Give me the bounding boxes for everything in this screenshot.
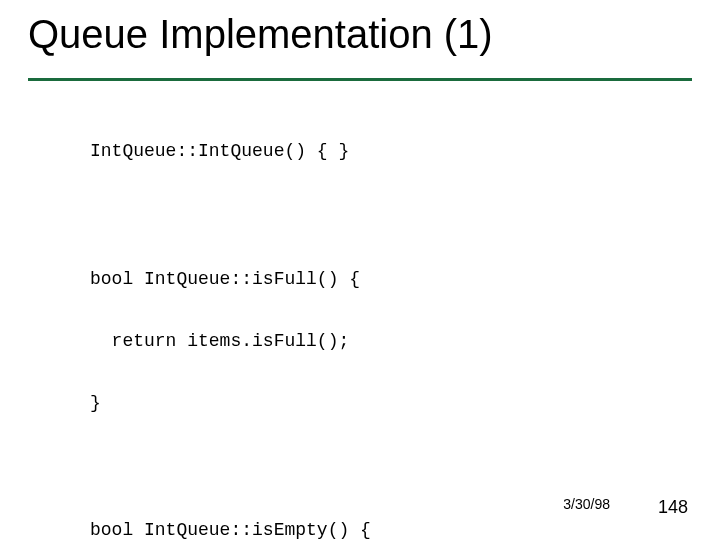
code-block-isfull: bool IntQueue::isFull() { return items.i… <box>90 227 660 455</box>
title-rule <box>28 78 692 81</box>
code-line: bool IntQueue::isFull() { <box>90 269 660 290</box>
footer-date: 3/30/98 <box>563 496 610 512</box>
slide: Queue Implementation (1) IntQueue::IntQu… <box>0 0 720 540</box>
code-line: } <box>90 393 660 414</box>
code-line: IntQueue::IntQueue() { } <box>90 141 660 162</box>
slide-title: Queue Implementation (1) <box>28 12 493 57</box>
code-line: return items.isFull(); <box>90 331 660 352</box>
footer-page-number: 148 <box>658 497 688 518</box>
code-block-ctor: IntQueue::IntQueue() { } <box>90 100 660 227</box>
slide-body: IntQueue::IntQueue() { } bool IntQueue::… <box>90 100 660 540</box>
code-line: bool IntQueue::isEmpty() { <box>90 520 660 540</box>
